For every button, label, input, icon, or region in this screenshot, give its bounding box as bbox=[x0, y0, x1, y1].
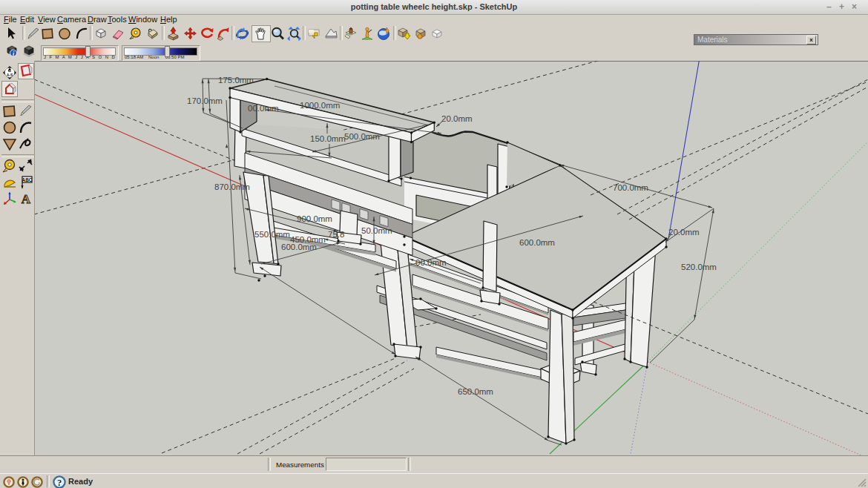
svg-text:50.0mm: 50.0mm bbox=[361, 226, 392, 235]
svg-text:700.0mm: 700.0mm bbox=[613, 183, 648, 192]
svg-text:520.0mm: 520.0mm bbox=[681, 263, 717, 271]
svg-text:170.0mm: 170.0mm bbox=[187, 96, 223, 105]
svg-text:20.0mm: 20.0mm bbox=[441, 114, 473, 123]
svg-text:600.0mm: 600.0mm bbox=[281, 243, 317, 251]
svg-text:650.0mm: 650.0mm bbox=[458, 387, 493, 396]
svg-text:?: ? bbox=[57, 478, 62, 488]
svg-text:75.8: 75.8 bbox=[328, 230, 344, 239]
svg-text:00.0mm: 00.0mm bbox=[415, 258, 447, 267]
svg-text:1000.0mm: 1000.0mm bbox=[300, 101, 340, 110]
svg-text:600.0mm: 600.0mm bbox=[519, 238, 555, 247]
svg-text:550.0mm: 550.0mm bbox=[254, 230, 290, 239]
svg-text:150.0mm: 150.0mm bbox=[310, 134, 346, 143]
svg-text:00.0mm: 00.0mm bbox=[248, 104, 279, 113]
svg-text:A: A bbox=[22, 192, 31, 206]
svg-text:870.0mm: 870.0mm bbox=[214, 182, 250, 191]
svg-text:20.0mm: 20.0mm bbox=[668, 228, 700, 237]
svg-text:900.0mm: 900.0mm bbox=[297, 214, 332, 223]
svg-text:A-S: A-S bbox=[7, 73, 13, 77]
svg-text:175.0mm: 175.0mm bbox=[218, 76, 254, 85]
svg-text:500.0mm: 500.0mm bbox=[344, 132, 380, 141]
svg-text:ABC: ABC bbox=[22, 177, 32, 182]
